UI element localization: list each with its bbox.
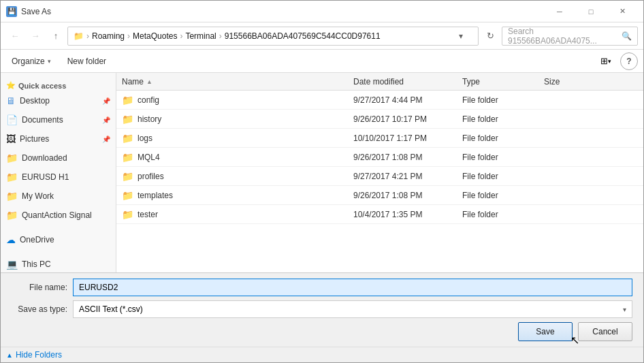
col-header-name[interactable]: Name ▲ [116,77,348,86]
filename-input[interactable] [73,279,632,296]
address-bar: ← → ↑ 📁 › Roaming › MetaQuotes › Termina… [1,22,643,50]
table-row[interactable]: 📁 MQL4 9/26/2017 1:08 PM File folder [116,148,643,167]
savetype-dropdown-icon: ▾ [623,306,626,313]
table-row[interactable]: 📁 logs 10/10/2017 1:17 PM File folder [116,129,643,148]
sidebar-item-desktop[interactable]: 🖥 Desktop 📌 [1,91,116,110]
file-name: logs [138,133,152,143]
sidebar-item-mywork[interactable]: 📁 My Work [1,187,116,206]
sidebar-item-quantaction[interactable]: 📁 QuantAction Signal [1,206,116,225]
title-bar: 💾 Save As ─ □ ✕ [1,1,643,22]
table-row[interactable]: 📁 templates 9/26/2017 1:08 PM File folde… [116,186,643,205]
chevron-up-icon: ▲ [6,351,13,359]
sidebar-mywork-label: My Work [22,191,54,201]
file-name: history [138,114,161,124]
file-type: File folder [457,95,538,105]
refresh-button[interactable]: ↻ [481,27,499,45]
forward-button[interactable]: → [27,27,44,45]
table-row[interactable]: 📁 tester 10/4/2017 1:35 PM File folder [116,205,643,224]
view-options-button[interactable]: ⊞ ▾ [597,52,615,70]
folder-icon: 📁 [122,95,133,106]
new-folder-button[interactable]: New folder [62,52,112,70]
sidebar-pictures-label: Pictures [20,134,49,144]
file-date: 10/4/2017 1:35 PM [348,210,457,219]
path-metaquotes: MetaQuotes [133,31,177,41]
maximize-button[interactable]: □ [575,1,607,22]
pictures-folder-icon: 🖼 [6,133,16,144]
sidebar-item-downloaded[interactable]: 📁 Downloaded [1,148,116,168]
search-icon: 🔍 [622,31,632,41]
window-icon: 💾 [6,6,17,17]
hide-folders-label: Hide Folders [16,350,62,360]
file-name: tester [138,210,158,219]
star-icon: ⭐ [6,81,16,90]
file-type: File folder [457,172,538,181]
sort-arrow-icon: ▲ [146,78,152,85]
file-type: File folder [457,114,538,124]
file-date: 9/27/2017 4:44 PM [348,95,457,105]
buttons-row: Save ↖ Cancel [12,322,632,341]
file-list-header: Name ▲ Date modified Type Size [116,73,643,91]
quick-access-label: Quick access [18,82,66,90]
window-title: Save As [21,7,544,16]
sidebar-item-pictures[interactable]: 🖼 Pictures 📌 [1,129,116,148]
folder-icon: 📁 [122,133,133,144]
help-icon: ? [626,57,631,66]
table-row[interactable]: 📁 history 9/26/2017 10:17 PM File folder [116,110,643,129]
file-name: templates [138,191,173,200]
save-button-wrapper: Save ↖ [518,322,573,341]
back-button[interactable]: ← [6,27,24,45]
sidebar-item-eurusd[interactable]: 📁 EURUSD H1 [1,168,116,187]
file-date: 9/26/2017 1:08 PM [348,153,457,162]
close-button[interactable]: ✕ [607,1,638,22]
sidebar-eurusd-label: EURUSD H1 [22,172,69,182]
file-date: 9/26/2017 10:17 PM [348,114,457,124]
quick-access-section[interactable]: ⭐ Quick access [1,76,116,91]
savetype-row: Save as type: ASCII Text (*.csv) ▾ [12,300,632,318]
file-name: MQL4 [138,153,160,162]
window-controls: ─ □ ✕ [544,1,638,22]
savetype-value: ASCII Text (*.csv) [79,304,143,314]
pin-icon-pics: 📌 [102,136,110,143]
path-roaming: Roaming [92,31,125,41]
address-dropdown-icon[interactable]: ▾ [459,31,472,41]
desktop-folder-icon: 🖥 [6,95,16,106]
help-button[interactable]: ? [620,52,638,70]
path-content: 📁 › Roaming › MetaQuotes › Terminal › 91… [74,31,459,41]
search-placeholder: Search 915566BA06ADA4075... [508,27,622,46]
col-header-type[interactable]: Type [457,77,538,86]
file-name: config [138,95,159,105]
col-header-modified[interactable]: Date modified [348,77,457,86]
cancel-button[interactable]: Cancel [578,322,632,341]
sidebar-item-documents[interactable]: 📄 Documents 📌 [1,110,116,129]
organize-chevron-icon: ▾ [48,58,51,65]
col-header-size[interactable]: Size [538,77,593,86]
filename-label: File name: [12,283,73,292]
pin-icon: 📌 [102,97,110,105]
path-terminal: Terminal [185,31,216,41]
pin-icon-docs: 📌 [102,116,110,124]
path-hash: 915566BA06ADA407569C544CC0D97611 [225,31,381,41]
savetype-select[interactable]: ASCII Text (*.csv) ▾ [73,300,632,318]
file-type: File folder [457,153,538,162]
file-list: Name ▲ Date modified Type Size 📁 config … [116,73,643,272]
file-date: 9/27/2017 4:21 PM [348,172,457,181]
view-icon: ⊞ [600,56,608,66]
save-button[interactable]: Save [518,322,573,341]
up-button[interactable]: ↑ [47,27,65,45]
bottom-section: File name: Save as type: ASCII Text (*.c… [1,272,643,347]
sidebar-item-thispc[interactable]: 💻 This PC [1,255,116,272]
organize-button[interactable]: Organize ▾ [6,52,57,70]
folder-icon: 📁 [122,190,133,201]
hide-folders-row[interactable]: ▲ Hide Folders [1,347,643,362]
sidebar-downloaded-label: Downloaded [22,153,67,163]
sidebar-quantaction-label: QuantAction Signal [22,210,92,220]
sidebar-item-onedrive[interactable]: ☁ OneDrive [1,230,116,249]
file-date: 9/26/2017 1:08 PM [348,191,457,200]
downloaded-folder-icon: 📁 [6,153,18,163]
address-path[interactable]: 📁 › Roaming › MetaQuotes › Terminal › 91… [67,27,479,46]
table-row[interactable]: 📁 config 9/27/2017 4:44 PM File folder [116,91,643,110]
minimize-button[interactable]: ─ [544,1,575,22]
file-type: File folder [457,191,538,200]
search-box[interactable]: Search 915566BA06ADA4075... 🔍 [502,27,638,46]
table-row[interactable]: 📁 profiles 9/27/2017 4:21 PM File folder [116,167,643,186]
